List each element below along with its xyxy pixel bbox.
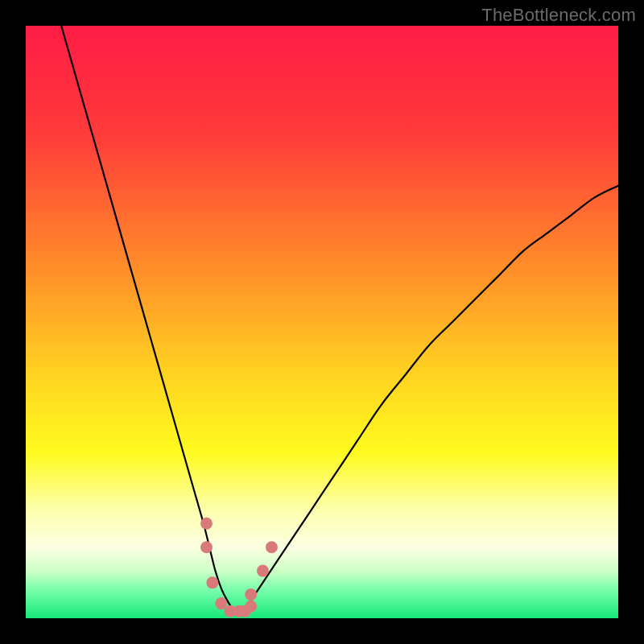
gradient-background: [26, 26, 618, 618]
marker-point: [200, 541, 213, 553]
marker-point: [206, 576, 218, 588]
bottleneck-chart: [26, 26, 618, 618]
marker-point: [266, 541, 278, 553]
marker-point: [257, 565, 269, 577]
watermark-text: TheBottleneck.com: [481, 5, 636, 26]
marker-point: [200, 518, 213, 530]
chart-frame: TheBottleneck.com: [0, 0, 644, 644]
marker-point: [245, 601, 257, 613]
plot-area: [26, 26, 618, 618]
marker-point: [245, 588, 257, 601]
